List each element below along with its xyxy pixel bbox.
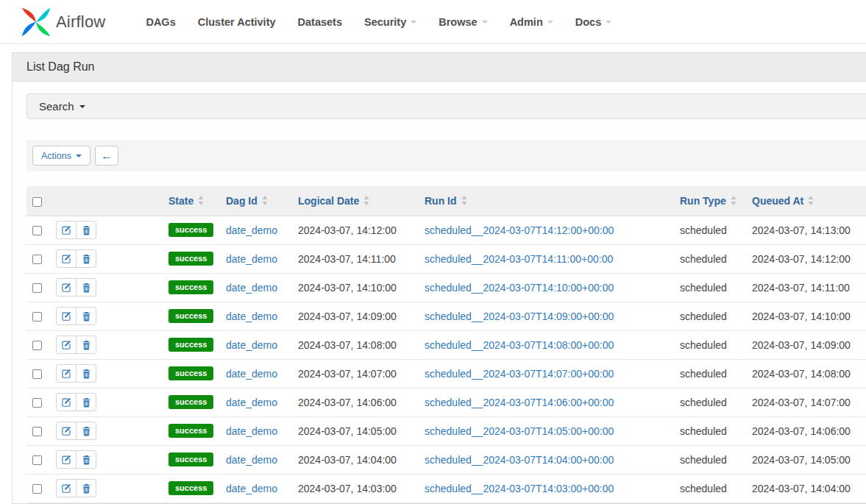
logical-date-cell: 2024-03-07, 14:07:00: [298, 359, 425, 388]
edit-icon: [61, 283, 71, 293]
delete-record-button[interactable]: [76, 479, 96, 497]
dag-id-link[interactable]: date_demo: [226, 310, 277, 322]
logical-date-cell: 2024-03-07, 14:03:00: [298, 474, 425, 503]
edit-record-button[interactable]: [56, 364, 77, 383]
delete-record-button[interactable]: [76, 278, 96, 297]
run-id-link[interactable]: scheduled__2024-03-07T14:07:00+00:00: [425, 368, 614, 380]
column-header[interactable]: Logical Date: [298, 186, 425, 216]
run-id-link[interactable]: scheduled__2024-03-07T14:11:00+00:00: [425, 253, 613, 265]
row-checkbox[interactable]: [32, 226, 42, 235]
queued-at-cell: 2024-03-07, 14:06:00: [752, 416, 866, 445]
edit-record-button[interactable]: [56, 479, 77, 497]
search-dropdown[interactable]: Search: [26, 93, 866, 119]
edit-record-button[interactable]: [56, 450, 77, 469]
delete-record-button[interactable]: [76, 364, 96, 383]
logical-date-cell: 2024-03-07, 14:10:00: [298, 273, 425, 302]
run-id-link[interactable]: scheduled__2024-03-07T14:09:00+00:00: [425, 310, 614, 322]
row-checkbox[interactable]: [32, 255, 42, 264]
dag-id-link[interactable]: date_demo: [226, 339, 277, 351]
row-checkbox[interactable]: [32, 312, 42, 322]
delete-record-button[interactable]: [76, 450, 96, 469]
row-checkbox[interactable]: [32, 455, 42, 465]
run-id-link[interactable]: scheduled__2024-03-07T14:12:00+00:00: [425, 224, 614, 236]
dag-id-cell: date_demo: [226, 302, 298, 330]
run-type-cell: scheduled: [680, 273, 752, 302]
airflow-logo-icon: [21, 7, 52, 38]
nav-item[interactable]: DAGs: [135, 9, 186, 35]
run-id-link[interactable]: scheduled__2024-03-07T14:04:00+00:00: [425, 454, 614, 466]
trash-icon: [82, 225, 91, 235]
edit-record-button[interactable]: [56, 278, 77, 297]
run-id-cell: scheduled__2024-03-07T14:09:00+00:00: [425, 302, 680, 330]
queued-at-cell: 2024-03-07, 14:08:00: [752, 359, 866, 388]
select-all-checkbox[interactable]: [32, 197, 42, 207]
nav-item[interactable]: Docs: [564, 9, 622, 35]
queued-at-cell: 2024-03-07, 14:13:00: [752, 216, 866, 244]
state-badge: success: [168, 424, 213, 438]
row-checkbox[interactable]: [32, 398, 42, 408]
dag-id-link[interactable]: date_demo: [226, 282, 277, 294]
sort-icon: [731, 196, 737, 205]
dag-id-cell: date_demo: [226, 416, 298, 445]
row-checkbox[interactable]: [32, 427, 42, 436]
dag-id-cell: date_demo: [226, 330, 298, 359]
run-type-cell: scheduled: [680, 330, 752, 359]
run-id-link[interactable]: scheduled__2024-03-07T14:05:00+00:00: [425, 425, 614, 437]
run-id-link[interactable]: scheduled__2024-03-07T14:03:00+00:00: [425, 483, 614, 494]
column-header[interactable]: Dag Id: [226, 186, 298, 216]
delete-record-button[interactable]: [76, 249, 96, 268]
delete-record-button[interactable]: [76, 336, 96, 354]
row-actions-cell: [56, 388, 168, 416]
airflow-brand[interactable]: Airflow: [21, 7, 105, 38]
run-id-cell: scheduled__2024-03-07T14:04:00+00:00: [425, 445, 680, 474]
table-row: success date_demo 2024-03-07, 14:10:00 s…: [26, 273, 866, 302]
nav-item[interactable]: Security: [353, 9, 427, 35]
run-id-cell: scheduled__2024-03-07T14:11:00+00:00: [425, 244, 680, 273]
column-header[interactable]: Run Type: [680, 186, 752, 216]
row-actions-cell: [56, 445, 168, 474]
logical-date-cell: 2024-03-07, 14:11:00: [298, 244, 425, 273]
row-select-cell: [26, 445, 56, 474]
edit-record-button[interactable]: [56, 221, 77, 239]
chevron-down-icon: [76, 155, 82, 157]
dag-runs-table: State Dag Id: [26, 186, 866, 503]
nav-item[interactable]: Admin: [499, 9, 564, 35]
run-id-link[interactable]: scheduled__2024-03-07T14:06:00+00:00: [425, 397, 614, 408]
run-id-link[interactable]: scheduled__2024-03-07T14:08:00+00:00: [425, 339, 614, 351]
dag-id-link[interactable]: date_demo: [226, 224, 277, 236]
nav-item[interactable]: Datasets: [287, 9, 353, 35]
delete-record-button[interactable]: [76, 393, 96, 411]
dag-id-link[interactable]: date_demo: [226, 483, 277, 494]
row-checkbox[interactable]: [32, 369, 42, 379]
back-button[interactable]: ←: [95, 146, 118, 166]
nav-item[interactable]: Cluster Activity: [187, 9, 287, 35]
sort-icon: [363, 196, 369, 205]
delete-record-button[interactable]: [76, 221, 96, 239]
delete-record-button[interactable]: [76, 307, 96, 325]
dag-id-link[interactable]: date_demo: [226, 425, 277, 437]
column-header[interactable]: Run Id: [425, 186, 680, 216]
edit-record-button[interactable]: [56, 336, 77, 354]
edit-record-button[interactable]: [56, 307, 77, 325]
edit-record-button[interactable]: [56, 393, 77, 411]
edit-record-button[interactable]: [56, 249, 77, 268]
row-select-cell: [26, 244, 56, 273]
column-header[interactable]: State: [168, 186, 226, 216]
row-checkbox[interactable]: [32, 283, 42, 293]
actions-dropdown-button[interactable]: Actions: [32, 146, 90, 166]
row-select-cell: [26, 474, 56, 503]
edit-record-button[interactable]: [56, 422, 77, 440]
logical-date-cell: 2024-03-07, 14:12:00: [298, 216, 425, 244]
run-id-link[interactable]: scheduled__2024-03-07T14:10:00+00:00: [425, 282, 614, 294]
dag-id-link[interactable]: date_demo: [226, 253, 277, 265]
row-checkbox[interactable]: [32, 484, 42, 494]
dag-id-link[interactable]: date_demo: [226, 397, 277, 408]
table-row: success date_demo 2024-03-07, 14:06:00 s…: [26, 388, 866, 416]
row-checkbox[interactable]: [32, 341, 42, 350]
nav-item[interactable]: Browse: [427, 9, 498, 35]
dag-id-link[interactable]: date_demo: [226, 368, 277, 380]
column-header[interactable]: Queued At: [752, 186, 866, 216]
dag-id-link[interactable]: date_demo: [226, 454, 277, 466]
edit-icon: [61, 397, 71, 408]
delete-record-button[interactable]: [76, 422, 96, 440]
